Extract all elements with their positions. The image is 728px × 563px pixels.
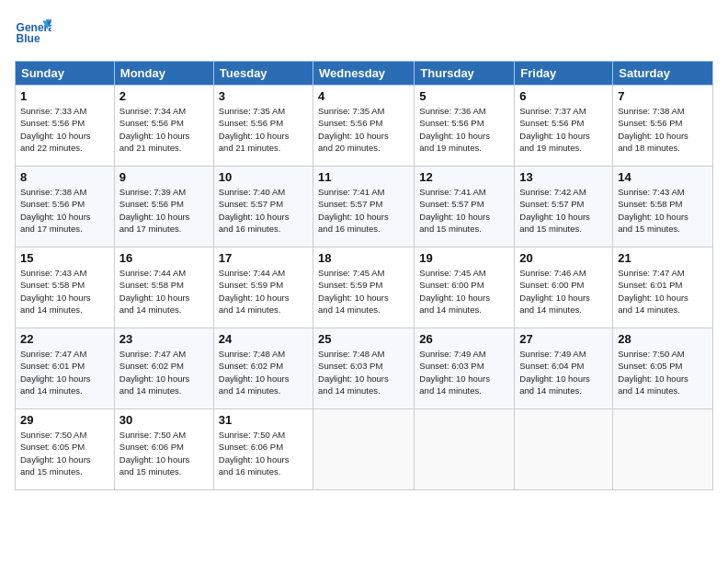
day-info: Sunrise: 7:44 AM Sunset: 5:58 PM Dayligh… [119, 267, 209, 316]
weekday-header-wednesday: Wednesday [313, 62, 415, 86]
day-info: Sunrise: 7:50 AM Sunset: 6:05 PM Dayligh… [618, 348, 708, 396]
svg-text:Blue: Blue [17, 32, 40, 45]
day-info: Sunrise: 7:50 AM Sunset: 6:05 PM Dayligh… [20, 429, 109, 477]
day-info: Sunrise: 7:47 AM Sunset: 6:01 PM Dayligh… [20, 348, 109, 396]
day-number: 17 [219, 251, 308, 265]
day-number: 1 [20, 89, 109, 103]
day-number: 29 [20, 413, 109, 427]
day-number: 13 [519, 170, 608, 184]
logo: General Blue [15, 15, 51, 52]
day-info: Sunrise: 7:41 AM Sunset: 5:57 PM Dayligh… [318, 186, 409, 235]
calendar-cell: 15Sunrise: 7:43 AM Sunset: 5:58 PM Dayli… [16, 247, 115, 328]
day-number: 31 [219, 413, 308, 427]
day-info: Sunrise: 7:46 AM Sunset: 6:00 PM Dayligh… [519, 267, 608, 316]
day-number: 24 [219, 332, 308, 346]
calendar-cell: 7Sunrise: 7:38 AM Sunset: 5:56 PM Daylig… [613, 86, 713, 167]
day-number: 4 [318, 89, 409, 103]
calendar-cell [613, 409, 713, 490]
weekday-header-saturday: Saturday [613, 62, 713, 86]
calendar-cell: 11Sunrise: 7:41 AM Sunset: 5:57 PM Dayli… [313, 167, 415, 247]
calendar-cell: 21Sunrise: 7:47 AM Sunset: 6:01 PM Dayli… [613, 247, 713, 328]
day-number: 2 [119, 89, 209, 103]
calendar-cell: 17Sunrise: 7:44 AM Sunset: 5:59 PM Dayli… [213, 247, 313, 328]
day-info: Sunrise: 7:44 AM Sunset: 5:59 PM Dayligh… [219, 267, 308, 316]
calendar-cell: 26Sunrise: 7:49 AM Sunset: 6:03 PM Dayli… [415, 328, 515, 409]
calendar-cell [415, 409, 515, 490]
calendar-cell: 3Sunrise: 7:35 AM Sunset: 5:56 PM Daylig… [213, 86, 313, 167]
day-number: 20 [519, 251, 608, 265]
calendar-week-5: 29Sunrise: 7:50 AM Sunset: 6:05 PM Dayli… [16, 409, 713, 490]
day-number: 28 [618, 332, 708, 346]
day-info: Sunrise: 7:38 AM Sunset: 5:56 PM Dayligh… [618, 105, 708, 154]
day-number: 8 [20, 170, 109, 184]
day-info: Sunrise: 7:47 AM Sunset: 6:01 PM Dayligh… [618, 267, 708, 316]
calendar-cell: 1Sunrise: 7:33 AM Sunset: 5:56 PM Daylig… [16, 86, 115, 167]
day-info: Sunrise: 7:41 AM Sunset: 5:57 PM Dayligh… [419, 186, 509, 235]
calendar-cell: 24Sunrise: 7:48 AM Sunset: 6:02 PM Dayli… [213, 328, 313, 409]
day-number: 21 [618, 251, 708, 265]
day-number: 26 [419, 332, 509, 346]
day-info: Sunrise: 7:48 AM Sunset: 6:02 PM Dayligh… [219, 348, 308, 396]
calendar-week-4: 22Sunrise: 7:47 AM Sunset: 6:01 PM Dayli… [16, 328, 713, 409]
weekday-header-monday: Monday [114, 62, 213, 86]
calendar-cell: 27Sunrise: 7:49 AM Sunset: 6:04 PM Dayli… [515, 328, 613, 409]
day-number: 9 [119, 170, 209, 184]
calendar-week-2: 8Sunrise: 7:38 AM Sunset: 5:56 PM Daylig… [16, 167, 713, 247]
day-info: Sunrise: 7:50 AM Sunset: 6:06 PM Dayligh… [119, 429, 209, 477]
day-number: 11 [318, 170, 409, 184]
day-info: Sunrise: 7:43 AM Sunset: 5:58 PM Dayligh… [20, 267, 109, 316]
calendar-cell [313, 409, 415, 490]
day-number: 19 [419, 251, 509, 265]
calendar-cell: 16Sunrise: 7:44 AM Sunset: 5:58 PM Dayli… [114, 247, 213, 328]
weekday-header-friday: Friday [515, 62, 613, 86]
calendar-table: SundayMondayTuesdayWednesdayThursdayFrid… [15, 61, 713, 490]
calendar-week-3: 15Sunrise: 7:43 AM Sunset: 5:58 PM Dayli… [16, 247, 713, 328]
day-info: Sunrise: 7:43 AM Sunset: 5:58 PM Dayligh… [618, 186, 708, 235]
calendar-cell: 8Sunrise: 7:38 AM Sunset: 5:56 PM Daylig… [16, 167, 115, 247]
calendar-cell: 22Sunrise: 7:47 AM Sunset: 6:01 PM Dayli… [16, 328, 115, 409]
header: General Blue [15, 15, 713, 52]
calendar-container: General Blue SundayMondayTuesdayWednesda… [0, 0, 728, 563]
weekday-header-thursday: Thursday [415, 62, 515, 86]
calendar-cell: 13Sunrise: 7:42 AM Sunset: 5:57 PM Dayli… [515, 167, 613, 247]
day-info: Sunrise: 7:38 AM Sunset: 5:56 PM Dayligh… [20, 186, 109, 235]
day-number: 3 [219, 89, 308, 103]
calendar-cell: 25Sunrise: 7:48 AM Sunset: 6:03 PM Dayli… [313, 328, 415, 409]
day-number: 30 [119, 413, 209, 427]
weekday-header-sunday: Sunday [16, 62, 115, 86]
calendar-cell: 4Sunrise: 7:35 AM Sunset: 5:56 PM Daylig… [313, 86, 415, 167]
day-number: 7 [618, 89, 708, 103]
calendar-cell: 31Sunrise: 7:50 AM Sunset: 6:06 PM Dayli… [213, 409, 313, 490]
calendar-cell: 10Sunrise: 7:40 AM Sunset: 5:57 PM Dayli… [213, 167, 313, 247]
day-number: 25 [318, 332, 409, 346]
day-info: Sunrise: 7:49 AM Sunset: 6:03 PM Dayligh… [419, 348, 509, 396]
day-number: 23 [119, 332, 209, 346]
day-info: Sunrise: 7:45 AM Sunset: 5:59 PM Dayligh… [318, 267, 409, 316]
day-info: Sunrise: 7:40 AM Sunset: 5:57 PM Dayligh… [219, 186, 308, 235]
calendar-cell: 18Sunrise: 7:45 AM Sunset: 5:59 PM Dayli… [313, 247, 415, 328]
calendar-cell: 14Sunrise: 7:43 AM Sunset: 5:58 PM Dayli… [613, 167, 713, 247]
day-info: Sunrise: 7:39 AM Sunset: 5:56 PM Dayligh… [119, 186, 209, 235]
day-number: 18 [318, 251, 409, 265]
day-info: Sunrise: 7:47 AM Sunset: 6:02 PM Dayligh… [119, 348, 209, 396]
day-info: Sunrise: 7:35 AM Sunset: 5:56 PM Dayligh… [219, 105, 308, 154]
day-number: 16 [119, 251, 209, 265]
day-info: Sunrise: 7:42 AM Sunset: 5:57 PM Dayligh… [519, 186, 608, 235]
logo-icon: General Blue [15, 15, 51, 52]
day-info: Sunrise: 7:50 AM Sunset: 6:06 PM Dayligh… [219, 429, 308, 477]
calendar-cell: 2Sunrise: 7:34 AM Sunset: 5:56 PM Daylig… [114, 86, 213, 167]
day-info: Sunrise: 7:45 AM Sunset: 6:00 PM Dayligh… [419, 267, 509, 316]
day-number: 22 [20, 332, 109, 346]
calendar-cell: 12Sunrise: 7:41 AM Sunset: 5:57 PM Dayli… [415, 167, 515, 247]
day-info: Sunrise: 7:33 AM Sunset: 5:56 PM Dayligh… [20, 105, 109, 154]
day-number: 27 [519, 332, 608, 346]
calendar-cell: 28Sunrise: 7:50 AM Sunset: 6:05 PM Dayli… [613, 328, 713, 409]
calendar-cell: 29Sunrise: 7:50 AM Sunset: 6:05 PM Dayli… [16, 409, 115, 490]
day-number: 14 [618, 170, 708, 184]
day-info: Sunrise: 7:34 AM Sunset: 5:56 PM Dayligh… [119, 105, 209, 154]
calendar-cell: 5Sunrise: 7:36 AM Sunset: 5:56 PM Daylig… [415, 86, 515, 167]
calendar-cell: 20Sunrise: 7:46 AM Sunset: 6:00 PM Dayli… [515, 247, 613, 328]
day-info: Sunrise: 7:49 AM Sunset: 6:04 PM Dayligh… [519, 348, 608, 396]
calendar-cell: 30Sunrise: 7:50 AM Sunset: 6:06 PM Dayli… [114, 409, 213, 490]
day-info: Sunrise: 7:37 AM Sunset: 5:56 PM Dayligh… [519, 105, 608, 154]
